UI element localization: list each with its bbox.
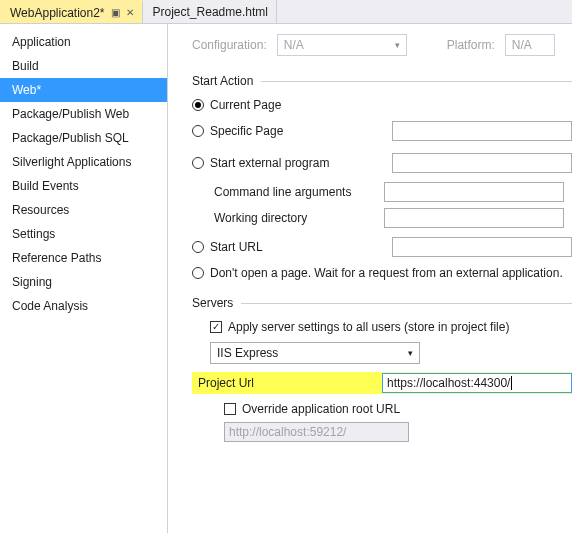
property-page-sidebar: Application Build Web* Package/Publish W… [0, 24, 168, 533]
checkbox-icon [224, 403, 236, 415]
radio-dont-open[interactable]: Don't open a page. Wait for a request fr… [192, 266, 572, 280]
sidebar-item-silverlight[interactable]: Silverlight Applications [0, 150, 167, 174]
tab-label: Project_Readme.html [153, 5, 268, 19]
sidebar-item-signing[interactable]: Signing [0, 270, 167, 294]
sidebar-item-build-events[interactable]: Build Events [0, 174, 167, 198]
sidebar-item-web[interactable]: Web* [0, 78, 167, 102]
radio-icon [192, 157, 204, 169]
specific-page-input[interactable] [392, 121, 572, 141]
pin-icon[interactable]: ▣ [111, 7, 120, 18]
override-root-url-checkbox[interactable]: Override application root URL [224, 402, 572, 416]
chevron-down-icon: ▾ [395, 40, 400, 50]
radio-icon [192, 267, 204, 279]
working-dir-label: Working directory [214, 211, 374, 225]
project-url-row: Project Url https://localhost:44300/ [192, 372, 572, 394]
configuration-select[interactable]: N/A ▾ [277, 34, 407, 56]
radio-icon [192, 99, 204, 111]
radio-specific-page[interactable]: Specific Page [192, 124, 283, 138]
sidebar-item-settings[interactable]: Settings [0, 222, 167, 246]
configuration-label: Configuration: [192, 38, 267, 52]
server-type-select[interactable]: IIS Express ▾ [210, 342, 420, 364]
tab-label: WebApplication2* [10, 6, 105, 20]
sidebar-item-package-publish-sql[interactable]: Package/Publish SQL [0, 126, 167, 150]
sidebar-item-resources[interactable]: Resources [0, 198, 167, 222]
sidebar-item-build[interactable]: Build [0, 54, 167, 78]
radio-start-url[interactable]: Start URL [192, 240, 263, 254]
start-external-input[interactable] [392, 153, 572, 173]
chevron-down-icon: ▾ [408, 348, 413, 358]
radio-start-external[interactable]: Start external program [192, 156, 329, 170]
project-url-label: Project Url [192, 376, 260, 390]
start-url-input[interactable] [392, 237, 572, 257]
radio-current-page[interactable]: Current Page [192, 98, 572, 112]
start-action-heading: Start Action [192, 74, 572, 88]
web-properties-panel: Configuration: N/A ▾ Platform: N/A Start… [168, 24, 572, 533]
sidebar-item-package-publish-web[interactable]: Package/Publish Web [0, 102, 167, 126]
checkbox-icon [210, 321, 222, 333]
close-icon[interactable]: ✕ [126, 7, 134, 18]
working-dir-input[interactable] [384, 208, 564, 228]
override-root-url-input: http://localhost:59212/ [224, 422, 409, 442]
platform-select[interactable]: N/A [505, 34, 555, 56]
radio-icon [192, 241, 204, 253]
cli-args-label: Command line arguments [214, 185, 374, 199]
sidebar-item-reference-paths[interactable]: Reference Paths [0, 246, 167, 270]
tab-webapplication2[interactable]: WebApplication2* ▣ ✕ [0, 0, 143, 23]
apply-all-users-checkbox[interactable]: Apply server settings to all users (stor… [210, 320, 572, 334]
sidebar-item-application[interactable]: Application [0, 30, 167, 54]
radio-icon [192, 125, 204, 137]
project-url-input[interactable]: https://localhost:44300/ [382, 373, 572, 393]
cli-args-input[interactable] [384, 182, 564, 202]
tab-project-readme[interactable]: Project_Readme.html [143, 0, 277, 23]
servers-heading: Servers [192, 296, 572, 310]
document-tabbar: WebApplication2* ▣ ✕ Project_Readme.html [0, 0, 572, 24]
sidebar-item-code-analysis[interactable]: Code Analysis [0, 294, 167, 318]
platform-label: Platform: [447, 38, 495, 52]
